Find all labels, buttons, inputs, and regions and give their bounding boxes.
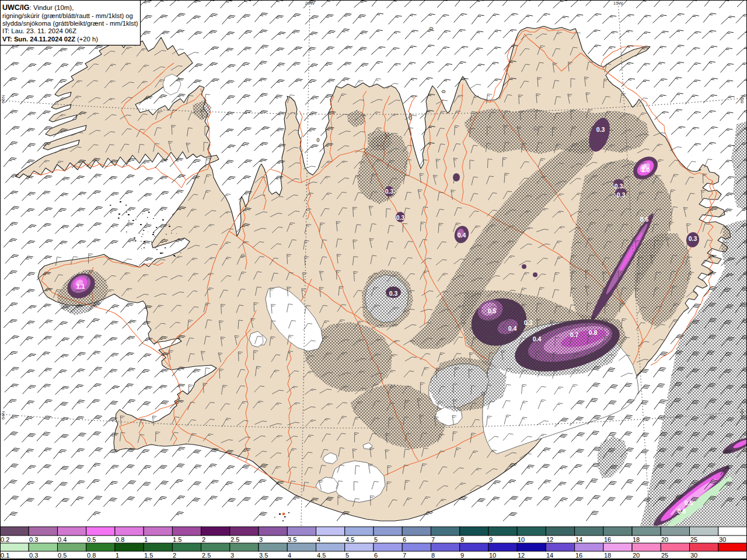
svg-text:18: 18 [633,536,640,543]
svg-text:0.5: 0.5 [87,536,96,543]
svg-text:0.6: 0.6 [640,216,649,223]
svg-text:15W: 15W [613,1,623,6]
svg-text:5: 5 [374,536,378,543]
svg-text:1: 1 [144,536,148,543]
svg-text:IT: Lau. 23. 11. 2024 06Z: IT: Lau. 23. 11. 2024 06Z [2,27,76,34]
svg-text:0.8: 0.8 [589,329,598,336]
svg-text:10: 10 [489,552,496,559]
svg-text:4.5: 4.5 [345,536,354,543]
svg-text:12: 12 [546,536,553,543]
svg-text:8: 8 [431,552,435,559]
svg-text:18: 18 [604,552,611,559]
svg-text:VT: Sun. 24.11.2024 02Z (+20 h: VT: Sun. 24.11.2024 02Z (+20 h) [2,36,98,43]
svg-text:0.3: 0.3 [385,188,394,195]
svg-text:0.5: 0.5 [58,552,67,559]
svg-text:6: 6 [374,552,378,559]
svg-text:30: 30 [690,552,697,559]
svg-text:0.7: 0.7 [570,331,579,338]
svg-text:0.3: 0.3 [29,552,38,559]
svg-text:0.3: 0.3 [389,290,398,297]
svg-text:20: 20 [633,552,640,559]
svg-text:66N: 66N [739,94,745,103]
svg-text:0.8: 0.8 [116,536,124,543]
svg-text:9: 9 [489,536,493,543]
svg-text:1.5: 1.5 [173,536,181,543]
svg-text:rigning/skúrir (grænt/blátt/ra: rigning/skúrir (grænt/blátt/rautt - mm/1… [2,12,133,19]
svg-text:0.5: 0.5 [685,499,693,506]
svg-text:25: 25 [661,552,668,559]
svg-text:9: 9 [460,552,464,559]
svg-text:slydda/snjókoma (grátt/bleikt/: slydda/snjókoma (grátt/bleikt/grænt - mm… [2,20,138,27]
svg-text:3: 3 [259,536,263,543]
svg-text:4: 4 [288,552,291,559]
svg-text:0.3: 0.3 [596,126,605,133]
svg-text:0.3: 0.3 [396,214,405,221]
svg-text:66N: 66N [1,94,6,103]
svg-text:14: 14 [575,536,582,543]
svg-text:3: 3 [231,552,234,559]
svg-text:0.4: 0.4 [58,536,67,543]
svg-text:3.5: 3.5 [259,552,268,559]
svg-text:2.5: 2.5 [202,552,211,559]
svg-text:7: 7 [403,552,406,559]
svg-text:25: 25 [690,536,697,543]
svg-text:0.4: 0.4 [508,325,517,332]
svg-text:14: 14 [546,552,553,559]
svg-text:0.2: 0.2 [1,536,9,543]
svg-text:UWC/IG: Vindur (10m),: UWC/IG: Vindur (10m), [2,4,74,12]
svg-text:2: 2 [202,536,205,543]
svg-text:30: 30 [719,536,726,543]
svg-text:20W: 20W [305,1,315,6]
svg-text:2.5: 2.5 [231,536,239,543]
svg-text:0.3: 0.3 [615,183,623,190]
svg-text:0.3: 0.3 [29,536,38,543]
svg-text:0.4: 0.4 [458,232,466,239]
svg-text:1.1: 1.1 [76,283,85,290]
svg-text:0.8: 0.8 [87,552,96,559]
svg-text:4: 4 [317,536,320,543]
svg-text:1.0: 1.0 [641,166,650,173]
svg-text:8: 8 [460,536,464,543]
svg-text:64N: 64N [1,411,6,419]
svg-text:0.5: 0.5 [488,307,497,314]
svg-text:0.3: 0.3 [617,191,626,198]
svg-text:4.5: 4.5 [317,552,326,559]
svg-text:1: 1 [116,552,119,559]
svg-text:0.3: 0.3 [689,235,697,242]
svg-text:20: 20 [661,536,668,543]
svg-text:0.1: 0.1 [1,552,9,559]
svg-text:1.5: 1.5 [144,552,153,559]
svg-text:16: 16 [604,536,611,543]
svg-text:5: 5 [345,552,349,559]
svg-text:12: 12 [518,552,525,559]
svg-text:10: 10 [518,536,525,543]
svg-text:16: 16 [575,552,582,559]
svg-text:0.4: 0.4 [533,335,542,342]
svg-text:2: 2 [173,552,176,559]
svg-text:0.8: 0.8 [678,508,686,514]
svg-text:6: 6 [403,536,406,543]
svg-text:64N: 64N [739,408,745,417]
svg-text:7: 7 [431,536,435,543]
svg-text:0.3: 0.3 [524,319,533,326]
svg-text:3.5: 3.5 [288,536,296,543]
